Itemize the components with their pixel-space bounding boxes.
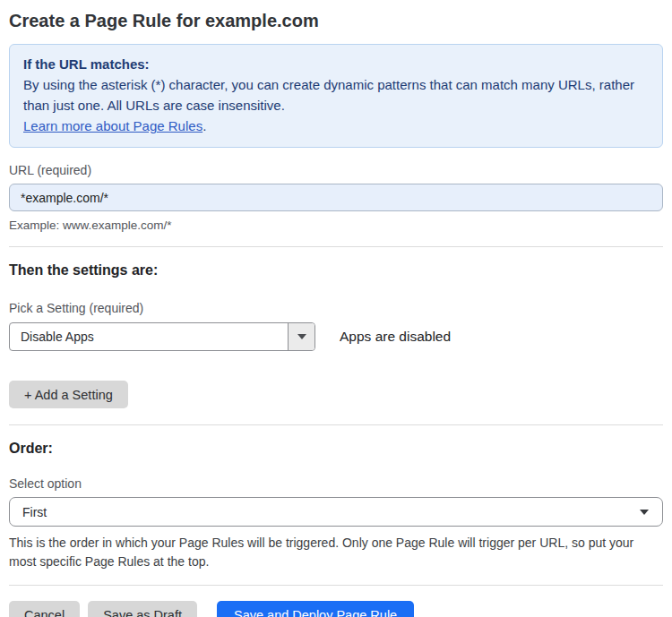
pick-setting-label: Pick a Setting (required) bbox=[9, 300, 663, 316]
url-input[interactable] bbox=[9, 184, 663, 211]
divider bbox=[9, 424, 663, 425]
select-option-label: Select option bbox=[9, 476, 663, 492]
cancel-button[interactable]: Cancel bbox=[9, 601, 80, 617]
dropdown-arrow-icon bbox=[297, 334, 306, 339]
learn-more-link[interactable]: Learn more about Page Rules bbox=[23, 118, 202, 133]
divider bbox=[9, 246, 663, 247]
save-draft-button[interactable]: Save as Draft bbox=[88, 601, 197, 617]
info-box-heading: If the URL matches: bbox=[23, 54, 649, 74]
url-label: URL (required) bbox=[9, 162, 663, 178]
actions-row: Cancel Save as Draft Save and Deploy Pag… bbox=[9, 601, 663, 617]
order-select[interactable]: First bbox=[9, 497, 663, 527]
info-box-link-line: Learn more about Page Rules. bbox=[23, 116, 649, 136]
divider bbox=[9, 585, 663, 586]
url-helper-text: Example: www.example.com/* bbox=[9, 218, 663, 233]
info-box-body: By using the asterisk (*) character, you… bbox=[23, 74, 649, 116]
dropdown-caret-icon bbox=[640, 510, 649, 515]
dropdown-arrow-button[interactable] bbox=[288, 323, 314, 350]
page-title: Create a Page Rule for example.com bbox=[9, 0, 663, 33]
url-match-info-box: If the URL matches: By using the asteris… bbox=[9, 44, 663, 148]
link-period: . bbox=[202, 118, 206, 133]
add-setting-button[interactable]: + Add a Setting bbox=[9, 381, 128, 408]
save-deploy-button[interactable]: Save and Deploy Page Rule bbox=[217, 601, 414, 617]
setting-row: Disable Apps Apps are disabled bbox=[9, 322, 663, 351]
setting-select-value: Disable Apps bbox=[10, 323, 288, 350]
order-description: This is the order in which your Page Rul… bbox=[9, 534, 663, 571]
page-rule-form: Create a Page Rule for example.com If th… bbox=[0, 0, 672, 617]
setting-status-text: Apps are disabled bbox=[340, 329, 451, 345]
setting-select[interactable]: Disable Apps bbox=[9, 322, 315, 351]
settings-section-heading: Then the settings are: bbox=[9, 261, 663, 279]
order-select-value: First bbox=[22, 505, 47, 519]
order-section-heading: Order: bbox=[9, 439, 663, 458]
